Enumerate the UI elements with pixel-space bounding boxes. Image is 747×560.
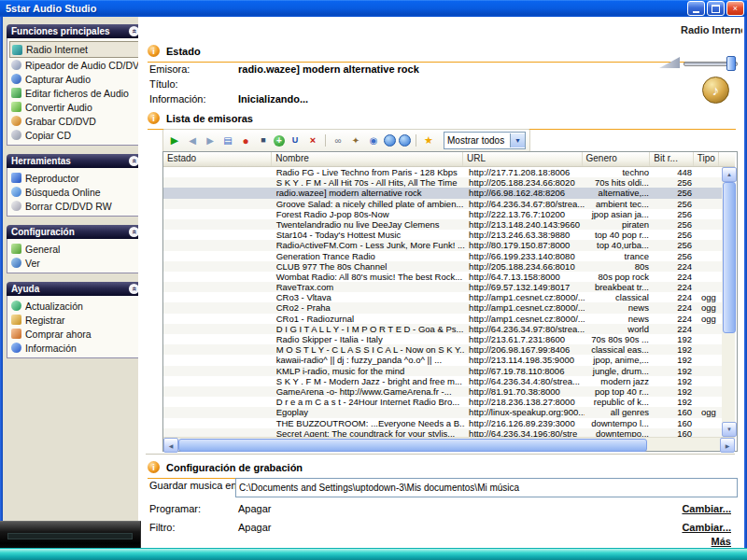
table-row[interactable]: M O S T L Y - C L A S S I C A L - Now on… [163, 344, 722, 355]
scroll-down-button[interactable]: ▼ [722, 422, 737, 437]
connect-button[interactable]: ∞ [331, 133, 345, 148]
sidebar-item[interactable]: Grabar CD/DVD [9, 114, 139, 128]
volume-control[interactable] [659, 54, 740, 71]
sidebar-item[interactable]: Copiar CD [9, 128, 139, 142]
sidebar-item-label: Copiar CD [25, 130, 71, 141]
table-row[interactable]: Radio Skipper - Italia - Italyhttp://213… [163, 334, 722, 344]
next-button[interactable]: ▶ [203, 133, 218, 148]
horizontal-scroll-thumb[interactable] [178, 439, 647, 452]
table-row[interactable]: GameArena -o- http://www.GameArena.fr -.… [163, 386, 722, 397]
table-row[interactable]: Forest Radio J-pop 80s-Nowhttp://222.13.… [163, 209, 722, 219]
column-header-genero[interactable]: Genero [583, 152, 651, 166]
table-row[interactable]: Star104 - Today's Hottest Musichttp://21… [163, 230, 722, 240]
table-row[interactable]: Wombat Radio: All 80's music! The best R… [163, 272, 722, 282]
close-button[interactable]: × [726, 1, 744, 16]
table-row[interactable]: Twentelandradio nu live DeeJay Clemensht… [163, 219, 722, 230]
sidebar-item[interactable]: Registrar [9, 313, 139, 327]
sidebar-item[interactable]: Borrar CD/DVD RW [9, 199, 139, 213]
sidebar-item[interactable]: Convertir Audio [9, 100, 139, 114]
sidebar-panel-header[interactable]: Configuración« [7, 225, 142, 239]
stop-button[interactable]: ■ [256, 133, 271, 148]
mini-player-window[interactable] [0, 521, 141, 551]
chevron-down-icon[interactable]: ▼ [510, 133, 525, 147]
sidebar-item[interactable]: Reproductor [9, 171, 139, 185]
table-row[interactable]: D I G I T A L L Y - I M P O R T E D - Go… [163, 324, 722, 334]
background-window-strip[interactable] [0, 548, 747, 560]
table-row[interactable]: CRo3 - Vltavahttp://amp1.cesnet.cz:8000/… [163, 292, 722, 302]
sidebar-panel-header[interactable]: Herramientas« [7, 154, 142, 168]
scroll-up-button[interactable]: ▲ [722, 167, 737, 182]
column-header-tipo[interactable]: Tipo [694, 152, 719, 166]
column-header-estado[interactable]: Estado [163, 152, 272, 166]
title-bar[interactable]: 5star Audio Studio × [0, 0, 747, 17]
sidebar-panel-header[interactable]: Funciones principales« [7, 24, 142, 38]
cell-genero: news [585, 302, 653, 313]
general-icon [11, 244, 21, 254]
table-row[interactable]: RaveTrax.comhttp://69.57.132.149:8017bre… [163, 282, 722, 292]
save-path-input[interactable] [235, 478, 738, 497]
play-button[interactable]: ▶ [167, 133, 182, 148]
table-row[interactable]: RadioActiveFM.Com - Less Junk, More Funk… [163, 240, 722, 250]
add-button[interactable]: + [274, 135, 285, 147]
sidebar-item[interactable]: Búsqueda Online [9, 185, 139, 199]
table-row[interactable]: S K Y . F M - All Hit 70s - All Hits, Al… [163, 177, 722, 188]
vertical-scroll-thumb[interactable] [723, 182, 736, 333]
table-row[interactable]: radio.wazee] modern alternative rockhttp… [163, 188, 722, 198]
column-header-nombre[interactable]: Nombre [272, 152, 463, 166]
music-note-button[interactable]: ♪ [702, 77, 729, 104]
sidebar-panel-header[interactable]: Ayuda« [7, 282, 142, 296]
filter-dropdown[interactable]: Mostrar todos ▼ [444, 132, 526, 149]
table-row[interactable]: kawaii-radio^ || dj : fuzzy_panda ^o.o^ … [163, 355, 722, 365]
table-row[interactable]: THE BUZZOUTROOM: ...Everyone Needs a B..… [163, 418, 722, 428]
tools-button[interactable]: ✦ [348, 133, 363, 148]
table-row[interactable]: Generation Trance Radiohttp://66.199.233… [163, 251, 722, 261]
cambiar-filtro-link[interactable]: Cambiar... [682, 522, 731, 533]
sidebar-item-label: Capturar Audio [25, 74, 91, 85]
table-row[interactable]: S K Y . F M - Modern Jazz - bright and f… [163, 376, 722, 386]
sidebar-item[interactable]: Actualización [9, 299, 139, 313]
volume-slider-thumb[interactable] [726, 56, 736, 71]
cambiar-programar-link[interactable]: Cambiar... [682, 503, 731, 514]
table-row[interactable]: CRo1 - Radiozurnalhttp://amp1.cesnet.cz:… [163, 314, 722, 324]
delete-button[interactable]: × [305, 133, 320, 148]
table-row[interactable]: KMLP i-radio, music for the mindhttp://6… [163, 366, 722, 376]
cell-nombre: radio.wazee] modern alternative rock [273, 188, 465, 198]
table-row[interactable]: Groove Salad: a nicely chilled plate of … [163, 199, 722, 209]
table-row[interactable]: CLUB 977 The 80s Channelhttp://205.188.2… [163, 261, 722, 272]
table-row[interactable]: Radio FG - Live Techno from Paris - 128 … [163, 167, 722, 177]
internet-button[interactable] [384, 134, 396, 147]
online-button[interactable] [399, 134, 411, 147]
sidebar-item[interactable]: Información [9, 341, 139, 355]
column-header-url[interactable]: URL [463, 152, 583, 166]
cell-nombre: RaveTrax.com [273, 282, 465, 292]
table-row[interactable]: Secret Agent: The coundtrack for your st… [163, 428, 722, 437]
preview-button[interactable]: ◉ [366, 133, 381, 148]
cell-bit: 224 [653, 314, 698, 324]
sidebar-item[interactable]: Comprar ahora [9, 327, 139, 341]
field-label: Guardar musica en: [149, 480, 238, 491]
add-url-button[interactable]: U [288, 133, 303, 148]
sidebar-item[interactable]: Editar ficheros de Audio [9, 86, 139, 100]
table-row[interactable]: CRo2 - Prahahttp://amp1.cesnet.cz:8000/.… [163, 302, 722, 313]
sidebar-item[interactable]: Capturar Audio [9, 72, 139, 86]
cell-bit: 224 [653, 302, 698, 313]
scroll-right-button[interactable]: ▶ [720, 438, 735, 453]
favorites-button[interactable]: ★ [421, 133, 436, 148]
minimize-button[interactable] [687, 1, 705, 16]
sidebar-item[interactable]: Radio Internet [9, 41, 139, 58]
scroll-left-button[interactable]: ◀ [163, 438, 178, 453]
sidebar-item[interactable]: Ripeador de Audio CD/DVD [9, 58, 139, 72]
playlist-button[interactable]: ▤ [220, 133, 235, 148]
vertical-scrollbar[interactable]: ▲ ▼ [722, 167, 735, 437]
maximize-button[interactable] [707, 1, 725, 16]
mas-link[interactable]: Más [712, 536, 731, 547]
sidebar-item[interactable]: General [9, 242, 139, 256]
table-row[interactable]: D r e a m C a s t - 24Hour Internet Radi… [163, 397, 722, 407]
record-button[interactable]: ● [238, 133, 253, 148]
sidebar-item-label: Ripeador de Audio CD/DVD [25, 60, 139, 71]
column-header-bit[interactable]: Bit r... [650, 152, 693, 166]
sidebar-item[interactable]: Ver [9, 256, 139, 270]
previous-button[interactable]: ◀ [185, 133, 200, 148]
horizontal-scrollbar[interactable]: ◀ ▶ [163, 437, 735, 451]
table-row[interactable]: Egoplayhttp://linux-speakup.org:900...al… [163, 407, 722, 417]
